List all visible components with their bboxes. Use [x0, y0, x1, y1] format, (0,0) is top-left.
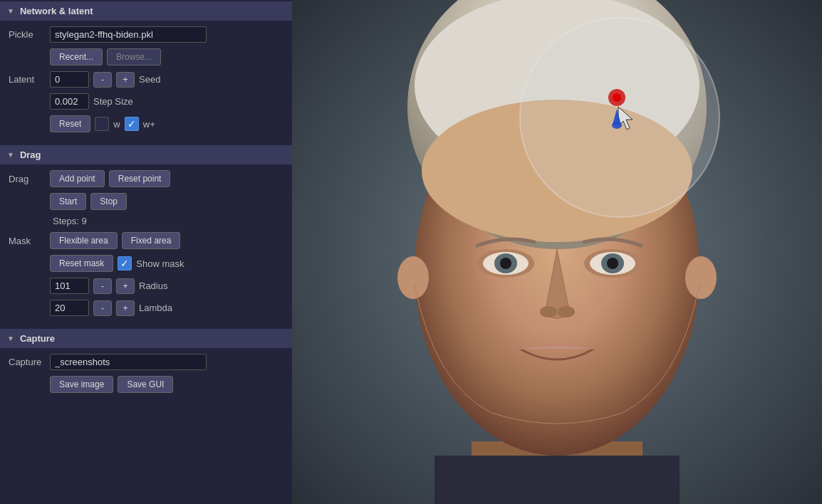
svg-rect-3: [472, 441, 642, 504]
svg-point-18: [558, 306, 575, 317]
radius-label: Radius: [139, 280, 167, 291]
svg-point-13: [584, 249, 641, 278]
svg-point-21: [520, 18, 719, 217]
save-buttons-row: Save image Save GUI: [50, 376, 283, 393]
fixed-area-button[interactable]: Fixed area: [122, 232, 181, 249]
start-button[interactable]: Start: [50, 193, 86, 210]
mask-area-row: Mask Flexible area Fixed area: [9, 232, 283, 249]
capture-title: Capture: [20, 333, 55, 344]
flexible-area-button[interactable]: Flexible area: [50, 232, 118, 249]
start-stop-row: Start Stop: [9, 193, 283, 210]
add-point-button[interactable]: Add point: [50, 170, 105, 187]
lambda-input[interactable]: [50, 300, 89, 316]
svg-point-20: [685, 256, 717, 299]
capture-arrow: ▼: [7, 335, 14, 342]
w-checkbox[interactable]: [95, 117, 109, 131]
w-label: w: [113, 119, 120, 130]
radius-minus-button[interactable]: -: [93, 278, 112, 294]
svg-point-25: [612, 122, 622, 129]
pickle-label: Pickle: [9, 29, 46, 40]
pickle-input[interactable]: [50, 26, 207, 43]
network-latent-arrow: ▼: [7, 7, 14, 15]
face-background: [292, 0, 822, 504]
svg-point-16: [607, 258, 618, 269]
svg-point-22: [608, 89, 625, 106]
save-gui-button[interactable]: Save GUI: [118, 376, 173, 393]
svg-point-2: [472, 427, 642, 504]
step-size-input[interactable]: [50, 93, 89, 110]
drag-content: Drag Add point Reset point Start Stop St…: [0, 164, 292, 327]
drag-title: Drag: [20, 149, 41, 160]
drag-points-row: Drag Add point Reset point: [9, 170, 283, 187]
latent-label: Latent: [9, 74, 46, 85]
w-plus-label: w+: [143, 119, 155, 130]
svg-point-23: [613, 93, 621, 102]
recent-button[interactable]: Recent...: [50, 48, 103, 65]
left-panel: ▼ Network & latent Pickle Recent... Brow…: [0, 0, 292, 504]
image-area[interactable]: [292, 0, 822, 504]
svg-point-17: [540, 306, 557, 317]
reset-button[interactable]: Reset: [50, 115, 90, 132]
capture-header[interactable]: ▼ Capture: [0, 329, 292, 348]
network-latent-header[interactable]: ▼ Network & latent: [0, 1, 292, 21]
show-mask-checkbox[interactable]: ✓: [118, 256, 132, 271]
save-image-button[interactable]: Save image: [50, 376, 113, 393]
mask-label: Mask: [9, 236, 46, 246]
svg-point-9: [477, 249, 534, 278]
lambda-minus-button[interactable]: -: [93, 300, 112, 316]
steps-row: Steps: 9: [9, 216, 283, 226]
svg-rect-4: [435, 456, 680, 504]
svg-point-6: [407, 0, 707, 249]
svg-point-0: [520, 21, 719, 221]
radius-input[interactable]: [50, 278, 89, 294]
pickle-row: Pickle: [9, 26, 283, 43]
latent-input[interactable]: [50, 71, 89, 88]
lambda-plus-button[interactable]: +: [116, 300, 135, 316]
lambda-row: - + Lambda: [9, 300, 283, 316]
svg-point-11: [494, 253, 517, 273]
svg-point-19: [397, 256, 429, 299]
face-svg: [292, 0, 822, 504]
svg-point-7: [415, 0, 699, 178]
show-mask-label: Show mask: [136, 258, 184, 269]
network-latent-content: Pickle Recent... Browse... Latent - + Se…: [0, 21, 292, 144]
svg-point-15: [601, 253, 624, 273]
svg-point-8: [422, 100, 692, 242]
svg-point-5: [415, 85, 699, 456]
radius-plus-button[interactable]: +: [116, 278, 135, 294]
drag-header[interactable]: ▼ Drag: [0, 145, 292, 164]
latent-row: Latent - + Seed: [9, 71, 283, 88]
seed-label: Seed: [139, 74, 160, 85]
w-plus-checkbox[interactable]: ✓: [125, 117, 139, 131]
drag-label: Drag: [9, 174, 46, 184]
lambda-label: Lambda: [139, 303, 172, 313]
browse-button[interactable]: Browse...: [107, 48, 161, 65]
network-latent-title: Network & latent: [20, 6, 93, 16]
svg-point-12: [500, 258, 511, 269]
reset-row: Reset w ✓ w+: [9, 115, 283, 132]
svg-marker-24: [618, 107, 633, 130]
drag-arrow: ▼: [7, 151, 14, 159]
capture-input-row: Capture: [9, 354, 283, 370]
capture-content: Capture Save image Save GUI: [0, 348, 292, 404]
svg-point-14: [590, 252, 635, 275]
svg-rect-1: [292, 0, 822, 504]
step-size-label: Step Size: [93, 96, 133, 107]
stop-button[interactable]: Stop: [90, 193, 127, 210]
radius-row: - + Radius: [9, 278, 283, 294]
reset-mask-row: Reset mask ✓ Show mask: [9, 255, 283, 272]
latent-plus-button[interactable]: +: [116, 72, 135, 88]
latent-minus-button[interactable]: -: [93, 72, 112, 88]
svg-point-10: [483, 252, 529, 275]
pickle-buttons-row: Recent... Browse...: [50, 48, 283, 65]
capture-path-input[interactable]: [50, 354, 207, 370]
reset-point-button[interactable]: Reset point: [109, 170, 171, 187]
reset-mask-button[interactable]: Reset mask: [50, 255, 113, 272]
step-size-row: Step Size: [9, 93, 283, 110]
capture-label: Capture: [9, 357, 46, 367]
steps-text: Steps: 9: [53, 216, 87, 226]
